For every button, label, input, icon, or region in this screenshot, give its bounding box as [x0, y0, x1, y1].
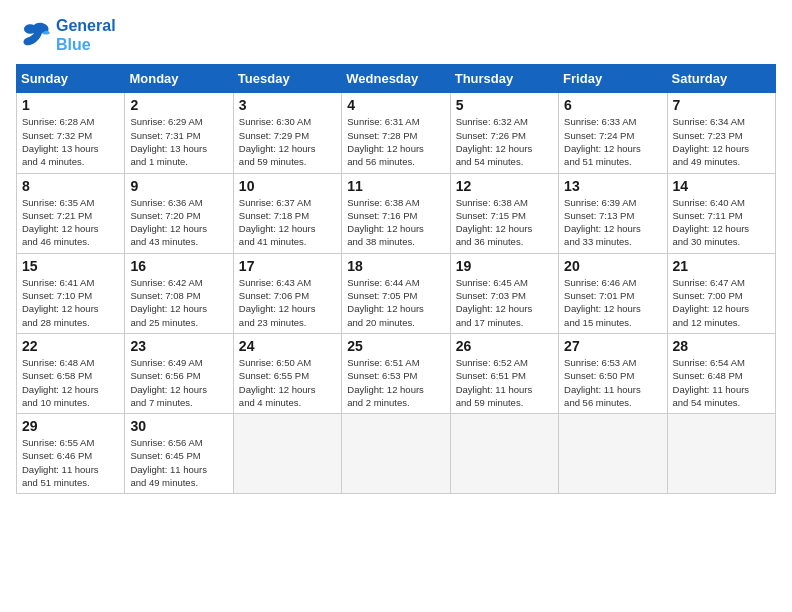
empty-cell — [559, 414, 667, 494]
day-info-5: Sunrise: 6:32 AM Sunset: 7:26 PM Dayligh… — [456, 115, 553, 168]
day-info-10: Sunrise: 6:37 AM Sunset: 7:18 PM Dayligh… — [239, 196, 336, 249]
calendar-day-11: 11Sunrise: 6:38 AM Sunset: 7:16 PM Dayli… — [342, 173, 450, 253]
day-info-7: Sunrise: 6:34 AM Sunset: 7:23 PM Dayligh… — [673, 115, 770, 168]
calendar-day-17: 17Sunrise: 6:43 AM Sunset: 7:06 PM Dayli… — [233, 253, 341, 333]
day-number-23: 23 — [130, 338, 227, 354]
day-info-24: Sunrise: 6:50 AM Sunset: 6:55 PM Dayligh… — [239, 356, 336, 409]
calendar-day-27: 27Sunrise: 6:53 AM Sunset: 6:50 PM Dayli… — [559, 333, 667, 413]
day-number-17: 17 — [239, 258, 336, 274]
calendar-week-4: 22Sunrise: 6:48 AM Sunset: 6:58 PM Dayli… — [17, 333, 776, 413]
day-info-13: Sunrise: 6:39 AM Sunset: 7:13 PM Dayligh… — [564, 196, 661, 249]
day-number-8: 8 — [22, 178, 119, 194]
calendar-week-5: 29Sunrise: 6:55 AM Sunset: 6:46 PM Dayli… — [17, 414, 776, 494]
day-number-24: 24 — [239, 338, 336, 354]
day-number-3: 3 — [239, 97, 336, 113]
day-info-19: Sunrise: 6:45 AM Sunset: 7:03 PM Dayligh… — [456, 276, 553, 329]
calendar-day-1: 1Sunrise: 6:28 AM Sunset: 7:32 PM Daylig… — [17, 93, 125, 173]
calendar-day-25: 25Sunrise: 6:51 AM Sunset: 6:53 PM Dayli… — [342, 333, 450, 413]
empty-cell — [667, 414, 775, 494]
calendar-day-20: 20Sunrise: 6:46 AM Sunset: 7:01 PM Dayli… — [559, 253, 667, 333]
day-info-4: Sunrise: 6:31 AM Sunset: 7:28 PM Dayligh… — [347, 115, 444, 168]
logo-text: General Blue — [56, 16, 116, 54]
empty-cell — [450, 414, 558, 494]
day-number-12: 12 — [456, 178, 553, 194]
calendar-day-15: 15Sunrise: 6:41 AM Sunset: 7:10 PM Dayli… — [17, 253, 125, 333]
day-number-30: 30 — [130, 418, 227, 434]
weekday-header-wednesday: Wednesday — [342, 65, 450, 93]
day-info-12: Sunrise: 6:38 AM Sunset: 7:15 PM Dayligh… — [456, 196, 553, 249]
weekday-header-thursday: Thursday — [450, 65, 558, 93]
day-number-21: 21 — [673, 258, 770, 274]
day-number-20: 20 — [564, 258, 661, 274]
day-number-15: 15 — [22, 258, 119, 274]
calendar-day-21: 21Sunrise: 6:47 AM Sunset: 7:00 PM Dayli… — [667, 253, 775, 333]
day-info-22: Sunrise: 6:48 AM Sunset: 6:58 PM Dayligh… — [22, 356, 119, 409]
day-info-29: Sunrise: 6:55 AM Sunset: 6:46 PM Dayligh… — [22, 436, 119, 489]
logo: General Blue — [16, 16, 116, 54]
day-info-16: Sunrise: 6:42 AM Sunset: 7:08 PM Dayligh… — [130, 276, 227, 329]
calendar-day-10: 10Sunrise: 6:37 AM Sunset: 7:18 PM Dayli… — [233, 173, 341, 253]
day-number-22: 22 — [22, 338, 119, 354]
day-info-25: Sunrise: 6:51 AM Sunset: 6:53 PM Dayligh… — [347, 356, 444, 409]
day-info-6: Sunrise: 6:33 AM Sunset: 7:24 PM Dayligh… — [564, 115, 661, 168]
day-info-15: Sunrise: 6:41 AM Sunset: 7:10 PM Dayligh… — [22, 276, 119, 329]
day-info-21: Sunrise: 6:47 AM Sunset: 7:00 PM Dayligh… — [673, 276, 770, 329]
calendar-day-29: 29Sunrise: 6:55 AM Sunset: 6:46 PM Dayli… — [17, 414, 125, 494]
day-number-27: 27 — [564, 338, 661, 354]
calendar-week-1: 1Sunrise: 6:28 AM Sunset: 7:32 PM Daylig… — [17, 93, 776, 173]
calendar-day-8: 8Sunrise: 6:35 AM Sunset: 7:21 PM Daylig… — [17, 173, 125, 253]
day-info-28: Sunrise: 6:54 AM Sunset: 6:48 PM Dayligh… — [673, 356, 770, 409]
weekday-header-saturday: Saturday — [667, 65, 775, 93]
calendar-day-16: 16Sunrise: 6:42 AM Sunset: 7:08 PM Dayli… — [125, 253, 233, 333]
day-info-18: Sunrise: 6:44 AM Sunset: 7:05 PM Dayligh… — [347, 276, 444, 329]
calendar-day-5: 5Sunrise: 6:32 AM Sunset: 7:26 PM Daylig… — [450, 93, 558, 173]
calendar-table: SundayMondayTuesdayWednesdayThursdayFrid… — [16, 64, 776, 494]
day-info-11: Sunrise: 6:38 AM Sunset: 7:16 PM Dayligh… — [347, 196, 444, 249]
empty-cell — [233, 414, 341, 494]
calendar-day-23: 23Sunrise: 6:49 AM Sunset: 6:56 PM Dayli… — [125, 333, 233, 413]
day-number-28: 28 — [673, 338, 770, 354]
day-number-9: 9 — [130, 178, 227, 194]
day-number-25: 25 — [347, 338, 444, 354]
day-number-14: 14 — [673, 178, 770, 194]
day-info-14: Sunrise: 6:40 AM Sunset: 7:11 PM Dayligh… — [673, 196, 770, 249]
calendar-day-4: 4Sunrise: 6:31 AM Sunset: 7:28 PM Daylig… — [342, 93, 450, 173]
calendar-day-26: 26Sunrise: 6:52 AM Sunset: 6:51 PM Dayli… — [450, 333, 558, 413]
weekday-header-monday: Monday — [125, 65, 233, 93]
day-number-13: 13 — [564, 178, 661, 194]
calendar-day-24: 24Sunrise: 6:50 AM Sunset: 6:55 PM Dayli… — [233, 333, 341, 413]
calendar-day-7: 7Sunrise: 6:34 AM Sunset: 7:23 PM Daylig… — [667, 93, 775, 173]
day-info-9: Sunrise: 6:36 AM Sunset: 7:20 PM Dayligh… — [130, 196, 227, 249]
calendar-day-3: 3Sunrise: 6:30 AM Sunset: 7:29 PM Daylig… — [233, 93, 341, 173]
weekday-header-friday: Friday — [559, 65, 667, 93]
day-info-27: Sunrise: 6:53 AM Sunset: 6:50 PM Dayligh… — [564, 356, 661, 409]
calendar-day-13: 13Sunrise: 6:39 AM Sunset: 7:13 PM Dayli… — [559, 173, 667, 253]
day-info-8: Sunrise: 6:35 AM Sunset: 7:21 PM Dayligh… — [22, 196, 119, 249]
calendar-week-2: 8Sunrise: 6:35 AM Sunset: 7:21 PM Daylig… — [17, 173, 776, 253]
calendar-week-3: 15Sunrise: 6:41 AM Sunset: 7:10 PM Dayli… — [17, 253, 776, 333]
day-info-20: Sunrise: 6:46 AM Sunset: 7:01 PM Dayligh… — [564, 276, 661, 329]
day-info-17: Sunrise: 6:43 AM Sunset: 7:06 PM Dayligh… — [239, 276, 336, 329]
calendar-day-28: 28Sunrise: 6:54 AM Sunset: 6:48 PM Dayli… — [667, 333, 775, 413]
day-number-4: 4 — [347, 97, 444, 113]
weekday-header-tuesday: Tuesday — [233, 65, 341, 93]
empty-cell — [342, 414, 450, 494]
day-info-2: Sunrise: 6:29 AM Sunset: 7:31 PM Dayligh… — [130, 115, 227, 168]
logo-icon — [16, 17, 52, 53]
day-number-26: 26 — [456, 338, 553, 354]
day-number-11: 11 — [347, 178, 444, 194]
day-number-7: 7 — [673, 97, 770, 113]
page-header: General Blue — [16, 16, 776, 54]
day-number-2: 2 — [130, 97, 227, 113]
day-info-26: Sunrise: 6:52 AM Sunset: 6:51 PM Dayligh… — [456, 356, 553, 409]
day-number-5: 5 — [456, 97, 553, 113]
weekday-header-sunday: Sunday — [17, 65, 125, 93]
calendar-day-22: 22Sunrise: 6:48 AM Sunset: 6:58 PM Dayli… — [17, 333, 125, 413]
day-number-29: 29 — [22, 418, 119, 434]
day-info-3: Sunrise: 6:30 AM Sunset: 7:29 PM Dayligh… — [239, 115, 336, 168]
calendar-day-12: 12Sunrise: 6:38 AM Sunset: 7:15 PM Dayli… — [450, 173, 558, 253]
day-number-19: 19 — [456, 258, 553, 274]
calendar-day-9: 9Sunrise: 6:36 AM Sunset: 7:20 PM Daylig… — [125, 173, 233, 253]
weekday-header-row: SundayMondayTuesdayWednesdayThursdayFrid… — [17, 65, 776, 93]
day-number-1: 1 — [22, 97, 119, 113]
